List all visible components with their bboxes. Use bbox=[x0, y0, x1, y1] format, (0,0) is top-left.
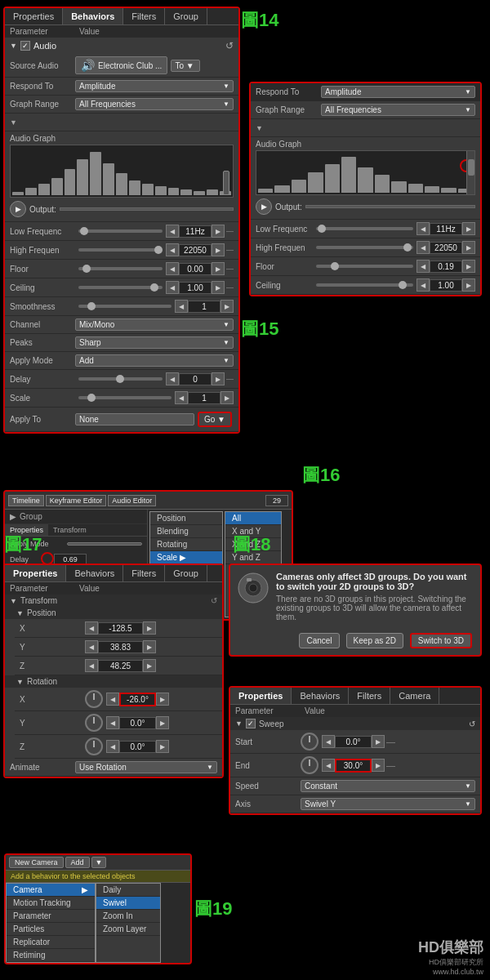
fig17-rot-z-decrement[interactable]: ◀ bbox=[106, 740, 119, 753]
smoothness-thumb[interactable] bbox=[87, 302, 96, 310]
scale-value[interactable]: 1 bbox=[188, 392, 220, 404]
scale-decrement[interactable]: ◀ bbox=[175, 391, 188, 404]
scale-thumb[interactable] bbox=[87, 394, 96, 402]
fig14b-low-freq-thumb[interactable] bbox=[318, 225, 326, 233]
high-freq-slider[interactable] bbox=[78, 248, 163, 252]
delay-decrement[interactable]: ◀ bbox=[166, 372, 179, 385]
source-audio-dropdown[interactable]: To ▼ bbox=[171, 60, 200, 72]
fig17-pos-y-value[interactable]: 38.83 bbox=[98, 641, 143, 653]
fig18-cancel-button[interactable]: Cancel bbox=[299, 633, 339, 648]
fig17-transform-reset[interactable]: ↺ bbox=[211, 596, 217, 605]
tab-properties[interactable]: Properties bbox=[5, 8, 63, 24]
play-button[interactable]: ▶ bbox=[10, 201, 26, 217]
fig18b-start-increment[interactable]: ▶ bbox=[372, 735, 385, 748]
fig17-position-triangle[interactable]: ▼ bbox=[16, 609, 24, 617]
fig14b-scrollbar[interactable] bbox=[466, 151, 474, 194]
fig18b-tab-camera[interactable]: Camera bbox=[390, 688, 439, 704]
fig17-pos-y-decrement[interactable]: ◀ bbox=[85, 640, 98, 653]
fig18b-tab-properties[interactable]: Properties bbox=[230, 688, 292, 704]
fig16-keyframe-tab[interactable]: Keyframe Editor bbox=[46, 495, 107, 506]
fig16-menu-scale[interactable]: Scale ▶ bbox=[150, 551, 222, 564]
fig18b-tab-behaviors[interactable]: Behaviors bbox=[292, 688, 349, 704]
fig17-tab-properties[interactable]: Properties bbox=[5, 565, 66, 581]
fig18b-speed-dropdown[interactable]: Constant ▼ bbox=[301, 780, 475, 792]
fig16-menu-blending[interactable]: Blending bbox=[150, 525, 222, 538]
fig18b-end-decrement[interactable]: ◀ bbox=[322, 759, 335, 772]
fig14b-floor-value[interactable]: 0.19 bbox=[430, 261, 462, 273]
smoothness-decrement[interactable]: ◀ bbox=[175, 300, 188, 313]
fig14b-high-freq-decrement[interactable]: ◀ bbox=[416, 241, 430, 254]
fig19-new-camera-btn[interactable]: New Camera bbox=[9, 857, 64, 868]
high-freq-value[interactable]: 22050 bbox=[179, 244, 212, 256]
fig19-replicator-item[interactable]: Replicator bbox=[7, 936, 95, 949]
scale-increment[interactable]: ▶ bbox=[220, 391, 234, 404]
fig18b-axis-dropdown[interactable]: Swivel Y ▼ bbox=[301, 798, 475, 810]
fig14b-floor-slider[interactable] bbox=[316, 265, 413, 268]
fig16-apply-mode-dd[interactable] bbox=[67, 542, 142, 546]
fig17-animate-dropdown[interactable]: Use Rotation ▼ bbox=[75, 761, 217, 773]
fig17-rot-y-dial[interactable] bbox=[85, 714, 103, 732]
high-freq-increment[interactable]: ▶ bbox=[212, 243, 225, 256]
fig19-sub-swivel[interactable]: Swivel bbox=[96, 897, 160, 910]
fig17-pos-z-increment[interactable]: ▶ bbox=[143, 659, 156, 672]
fig17-pos-x-value[interactable]: -128.5 bbox=[98, 622, 143, 635]
fig14b-high-freq-value[interactable]: 22050 bbox=[430, 242, 462, 254]
tab-group[interactable]: Group bbox=[165, 8, 207, 24]
fig14b-ceiling-value[interactable]: 1.00 bbox=[430, 279, 462, 292]
fig19-particles-item[interactable]: Particles bbox=[7, 923, 95, 936]
fig14b-low-freq-increment[interactable]: ▶ bbox=[462, 222, 475, 235]
fig19-sub-daily[interactable]: Daily bbox=[96, 884, 160, 897]
smoothness-value[interactable]: 1 bbox=[188, 301, 220, 313]
audio-reset-icon[interactable]: ↺ bbox=[225, 40, 234, 51]
fig14b-low-freq-value[interactable]: 11Hz bbox=[430, 223, 462, 235]
fig17-pos-x-decrement[interactable]: ◀ bbox=[85, 621, 98, 635]
fig14b-respond-dropdown[interactable]: Amplitude ▼ bbox=[321, 86, 475, 98]
fig19-motion-tracking-item[interactable]: Motion Tracking bbox=[7, 897, 95, 910]
fig17-tab-group[interactable]: Group bbox=[165, 565, 207, 581]
expand-triangle[interactable]: ▼ bbox=[10, 118, 17, 127]
low-freq-increment[interactable]: ▶ bbox=[212, 225, 225, 238]
fig14b-floor-increment[interactable]: ▶ bbox=[462, 260, 475, 273]
fig14b-ceiling-slider[interactable] bbox=[316, 283, 413, 287]
fig18b-start-dial[interactable] bbox=[301, 733, 318, 751]
fig17-rot-x-decrement[interactable]: ◀ bbox=[106, 693, 119, 706]
delay-increment[interactable]: ▶ bbox=[212, 372, 225, 385]
fig18b-sweep-reset[interactable]: ↺ bbox=[469, 719, 475, 728]
fig16-audio-editor-tab[interactable]: Audio Editor bbox=[108, 495, 156, 506]
go-button[interactable]: Go ▼ bbox=[198, 412, 232, 427]
fig17-rot-z-increment[interactable]: ▶ bbox=[156, 740, 169, 753]
fig14b-low-freq-decrement[interactable]: ◀ bbox=[416, 222, 430, 235]
fig17-rot-y-value[interactable]: 0.0° bbox=[119, 717, 156, 729]
audio-checkbox[interactable]: ✓ bbox=[20, 41, 30, 51]
fig18-keep2d-button[interactable]: Keep as 2D bbox=[346, 633, 403, 648]
fig14b-graph-range-dropdown[interactable]: All Frequencies ▼ bbox=[321, 104, 475, 116]
fig18b-end-increment[interactable]: ▶ bbox=[372, 759, 385, 772]
floor-increment[interactable]: ▶ bbox=[212, 262, 225, 275]
apply-mode-dropdown[interactable]: Add ▼ bbox=[75, 354, 234, 367]
floor-thumb[interactable] bbox=[82, 265, 91, 273]
channel-dropdown[interactable]: Mix/Mono ▼ bbox=[75, 318, 234, 331]
ceiling-decrement[interactable]: ◀ bbox=[166, 281, 179, 294]
ceiling-value[interactable]: 1.00 bbox=[179, 282, 212, 294]
delay-slider[interactable] bbox=[78, 377, 163, 381]
fig14b-low-freq-slider[interactable] bbox=[316, 227, 413, 230]
floor-value[interactable]: 0.00 bbox=[179, 263, 212, 275]
fig18b-tab-filters[interactable]: Filters bbox=[349, 688, 390, 704]
respond-to-dropdown[interactable]: Amplitude ▼ bbox=[75, 80, 234, 92]
fig17-rot-y-increment[interactable]: ▶ bbox=[156, 716, 169, 729]
fig17-pos-z-value[interactable]: 48.25 bbox=[98, 660, 143, 672]
fig17-rot-z-dial[interactable] bbox=[85, 737, 103, 755]
fig19-retiming-item[interactable]: Retiming bbox=[7, 949, 95, 962]
fig19-sub-zoomlayer[interactable]: Zoom Layer bbox=[96, 923, 160, 936]
ceiling-slider[interactable] bbox=[78, 286, 163, 289]
scale-slider[interactable] bbox=[78, 396, 172, 399]
fig18b-triangle[interactable]: ▼ bbox=[235, 719, 243, 728]
ceiling-increment[interactable]: ▶ bbox=[212, 281, 225, 294]
fig17-pos-y-increment[interactable]: ▶ bbox=[143, 640, 156, 653]
low-freq-value[interactable]: 11Hz bbox=[179, 225, 212, 238]
fig14b-play-button[interactable]: ▶ bbox=[256, 198, 272, 215]
collapse-triangle[interactable]: ▼ bbox=[10, 42, 17, 50]
tab-filters[interactable]: Filters bbox=[123, 8, 165, 24]
fig14b-high-freq-thumb[interactable] bbox=[403, 243, 412, 252]
fig17-rot-x-value[interactable]: -26.0° bbox=[119, 693, 156, 706]
